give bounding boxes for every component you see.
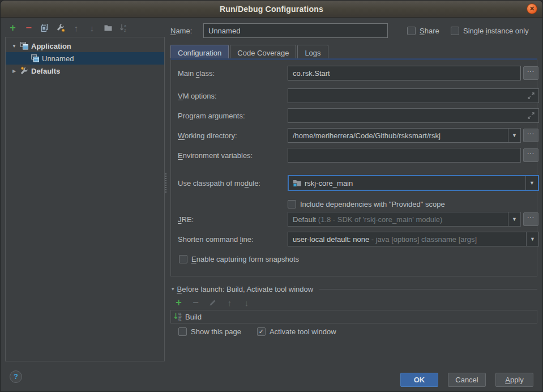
pencil-icon	[209, 299, 217, 306]
show-this-page-checkbox[interactable]	[178, 327, 187, 336]
expand-field-button[interactable]	[528, 92, 535, 99]
tree-item-application[interactable]: ▼ Application	[6, 40, 164, 52]
configuration-tab-panel: Main class: co.rsk.Start ... VM options:…	[170, 58, 537, 276]
show-this-page-label: Show this page	[191, 327, 241, 336]
tab-code-coverage[interactable]: Code Coverage	[230, 45, 296, 58]
add-configuration-button[interactable]: +	[8, 23, 18, 33]
remove-icon: −	[193, 299, 199, 306]
move-down-button[interactable]: ↓	[87, 23, 97, 33]
ellipsis-icon: ...	[527, 66, 535, 74]
working-directory-browse-button[interactable]: ...	[523, 129, 538, 142]
expand-field-button[interactable]	[528, 112, 535, 119]
single-instance-checkbox[interactable]	[451, 27, 459, 35]
before-launch-toolbar: + − ↑ ↓	[174, 298, 251, 307]
name-input[interactable]: Unnamed	[203, 23, 388, 38]
svg-text:a: a	[124, 24, 126, 28]
working-directory-combobox[interactable]: /home/meriherrera/Code/Github/rsksmart/r…	[288, 128, 521, 143]
copy-configuration-button[interactable]	[40, 23, 49, 33]
collapse-arrow-icon[interactable]: ▾	[172, 286, 174, 292]
share-checkbox[interactable]	[407, 27, 416, 35]
close-button[interactable]: ✕	[527, 3, 537, 14]
jre-combobox[interactable]: Default (1.8 - SDK of 'rskj-core_main' m…	[288, 212, 521, 227]
apply-button[interactable]: Apply	[495, 373, 533, 387]
configurations-toolbar: + − ↑ ↓ a	[8, 23, 129, 33]
main-class-browse-button[interactable]: ...	[523, 66, 538, 80]
ellipsis-icon: ...	[527, 128, 535, 136]
expand-icon	[528, 92, 535, 99]
move-up-button[interactable]: ↑	[71, 23, 81, 33]
copy-icon	[40, 23, 49, 32]
defaults-wrench-icon	[20, 66, 29, 75]
use-classpath-label: Use classpath of module:	[178, 179, 281, 188]
environment-variables-browse-button[interactable]: ...	[523, 148, 538, 162]
ellipsis-icon: ...	[527, 148, 535, 156]
form-snapshots-label: Enable capturing form snapshots	[191, 255, 299, 263]
share-label: Share	[420, 27, 439, 35]
edit-task-button[interactable]	[208, 298, 217, 308]
jre-hint: (1.8 - SDK of 'rskj-core_main' module)	[318, 215, 443, 224]
panel-splitter-handle[interactable]	[165, 173, 168, 193]
add-icon: +	[176, 298, 182, 307]
chevron-down-icon: ▼	[512, 133, 517, 138]
chevron-down-icon: ▼	[530, 236, 535, 242]
share-option: Share	[407, 23, 439, 38]
move-up-icon: ↑	[228, 298, 232, 308]
sort-configurations-button[interactable]: a z	[119, 23, 129, 33]
vm-options-input[interactable]	[288, 88, 539, 103]
create-folder-button[interactable]	[103, 23, 113, 33]
before-launch-header[interactable]: ▾ Before launch: Build, Activate tool wi…	[172, 284, 537, 293]
jre-row: JRE: Default (1.8 - SDK of 'rskj-core_ma…	[178, 212, 531, 227]
shorten-command-line-combobox[interactable]: user-local default: none - java [options…	[288, 232, 539, 246]
cancel-button[interactable]: Cancel	[448, 373, 486, 387]
move-task-down-button[interactable]: ↓	[242, 298, 251, 308]
name-row: Name: Unnamed Share Single instance only	[170, 23, 538, 38]
help-button[interactable]: ?	[10, 370, 22, 383]
include-provided-checkbox[interactable]	[288, 200, 296, 208]
use-classpath-dropdown-button[interactable]: ▼	[525, 176, 538, 190]
main-class-row: Main class: co.rsk.Start ...	[178, 66, 531, 80]
activate-tool-window-checkbox[interactable]: ✓	[257, 327, 266, 336]
use-classpath-value: rskj-core_main	[302, 179, 525, 188]
jre-dropdown-button[interactable]: ▼	[508, 212, 520, 226]
shorten-command-line-dropdown-button[interactable]: ▼	[526, 232, 538, 246]
wrench-icon	[56, 23, 65, 32]
environment-variables-input[interactable]	[288, 148, 521, 163]
add-task-button[interactable]: +	[174, 298, 183, 308]
working-directory-value: /home/meriherrera/Code/Github/rsksmart/r…	[288, 131, 508, 140]
tree-item-defaults[interactable]: ▶ Defaults	[6, 65, 164, 77]
edit-defaults-button[interactable]	[55, 23, 65, 33]
tab-logs[interactable]: Logs	[297, 45, 328, 58]
task-item-build[interactable]: Build	[185, 313, 202, 321]
activate-tool-window-label: Activate tool window	[270, 327, 336, 336]
main-class-input[interactable]: co.rsk.Start	[288, 66, 521, 80]
remove-icon: −	[25, 24, 32, 32]
jre-browse-button[interactable]: ...	[523, 212, 538, 226]
working-directory-dropdown-button[interactable]: ▼	[508, 129, 520, 142]
remove-task-button[interactable]: −	[191, 298, 200, 308]
application-icon	[20, 41, 29, 50]
tab-configuration[interactable]: Configuration	[170, 45, 229, 58]
form-snapshots-row: Enable capturing form snapshots	[178, 252, 531, 266]
program-arguments-input[interactable]	[288, 108, 539, 123]
program-arguments-label: Program arguments:	[178, 112, 281, 120]
single-instance-option: Single instance only	[451, 23, 529, 38]
form-snapshots-checkbox[interactable]	[179, 255, 187, 263]
close-icon: ✕	[529, 5, 535, 12]
remove-configuration-button[interactable]: −	[24, 23, 33, 33]
shorten-command-line-row: Shorten command line: user-local default…	[178, 232, 531, 246]
use-classpath-combobox[interactable]: rskj-core_main ▼	[288, 175, 539, 191]
move-task-up-button[interactable]: ↑	[225, 298, 234, 308]
jre-label: JRE:	[178, 215, 281, 224]
ok-button[interactable]: OK	[400, 373, 438, 387]
tree-item-unnamed[interactable]: Unnamed	[6, 52, 164, 65]
chevron-down-icon[interactable]: ▼	[10, 44, 18, 49]
check-icon: ✓	[259, 329, 264, 335]
include-provided-row: Include dependencies with "Provided" sco…	[178, 197, 531, 211]
working-directory-row: Working directory: /home/meriherrera/Cod…	[178, 128, 531, 143]
folder-icon	[104, 23, 113, 32]
working-directory-label: Working directory:	[178, 131, 281, 140]
titlebar: Run/Debug Configurations ✕	[1, 1, 542, 18]
tree-item-label: Unnamed	[42, 54, 74, 63]
chevron-right-icon[interactable]: ▶	[10, 69, 18, 74]
application-icon	[31, 54, 40, 63]
